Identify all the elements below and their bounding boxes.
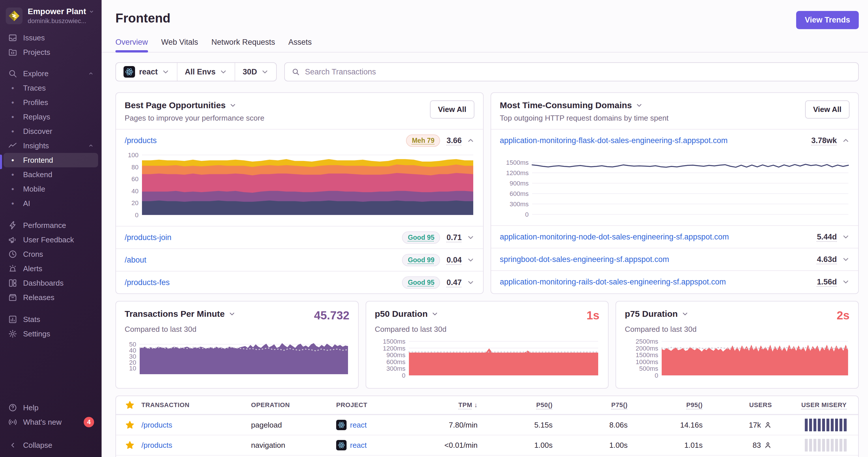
- search-input[interactable]: [304, 67, 851, 77]
- col-p95[interactable]: P95(): [628, 401, 703, 409]
- react-project-icon: [336, 440, 347, 450]
- page-row-products-fes[interactable]: /products-fes Good 95 0.47: [116, 271, 483, 293]
- sidebar-item-performance[interactable]: Performance: [3, 218, 98, 232]
- col-user-misery[interactable]: USER MISERY: [772, 401, 858, 409]
- domain-row-springboot[interactable]: springboot-dot-sales-engineering-sf.apps…: [491, 248, 858, 270]
- chevron-down-icon[interactable]: [467, 279, 474, 286]
- sidebar-item-label: Backend: [23, 170, 94, 179]
- sidebar-item-label: Settings: [23, 329, 94, 338]
- table-row[interactable]: /products pageload react 7.80/min 5.15s …: [116, 415, 858, 435]
- metric-title[interactable]: Transactions Per Minute: [125, 309, 236, 319]
- sidebar-item-whats-new[interactable]: What's new 4: [3, 415, 98, 429]
- project-link[interactable]: react: [350, 441, 367, 450]
- star-toggle[interactable]: [125, 440, 134, 450]
- sidebar-item-label: Insights: [23, 141, 82, 150]
- top-panels: Best Page Opportunities Pages to improve…: [116, 92, 859, 294]
- sidebar-item-crons[interactable]: Crons: [3, 247, 98, 261]
- tab-assets[interactable]: Assets: [288, 38, 312, 52]
- tab-overview[interactable]: Overview: [116, 38, 148, 52]
- transaction-link[interactable]: /products: [142, 421, 172, 429]
- page-row-products-join[interactable]: /products-join Good 95 0.71: [116, 226, 483, 249]
- sidebar-item-releases[interactable]: Releases: [3, 290, 98, 305]
- tab-network-requests[interactable]: Network Requests: [212, 38, 275, 52]
- bullet-icon: •: [8, 112, 17, 122]
- transaction-link[interactable]: /products: [142, 441, 172, 450]
- time-spent-value: 1.56d: [817, 278, 837, 287]
- domain-duration-chart: 0300ms600ms900ms1200ms1500ms: [500, 160, 851, 221]
- sidebar-item-replays[interactable]: •Replays: [3, 110, 98, 124]
- chevron-up-icon[interactable]: [467, 137, 474, 144]
- sidebar-item-traces[interactable]: •Traces: [3, 81, 98, 95]
- sidebar-item-stats[interactable]: Stats: [3, 312, 98, 327]
- transaction-link[interactable]: /products-join: [125, 233, 402, 242]
- transaction-link[interactable]: /about: [125, 256, 402, 265]
- sidebar-item-user-feedback[interactable]: User Feedback: [3, 232, 98, 247]
- page-row-about[interactable]: /about Good 99 0.04: [116, 249, 483, 271]
- panel-title[interactable]: Best Page Opportunities: [125, 100, 264, 110]
- domain-link[interactable]: application-monitoring-rails-dot-sales-e…: [500, 278, 817, 287]
- chevron-down-icon[interactable]: [467, 234, 474, 241]
- domain-row-rails[interactable]: application-monitoring-rails-dot-sales-e…: [491, 270, 858, 293]
- view-all-button[interactable]: View All: [430, 100, 474, 119]
- opportunity-score: 0.71: [446, 233, 462, 242]
- sidebar-item-frontend[interactable]: •Frontend: [3, 153, 98, 167]
- project-filter[interactable]: react: [116, 63, 177, 81]
- domain-link[interactable]: springboot-dot-sales-engineering-sf.apps…: [500, 255, 817, 264]
- sidebar-item-settings[interactable]: Settings: [3, 327, 98, 341]
- sidebar-item-explore[interactable]: Explore: [3, 66, 98, 81]
- sidebar-item-label: AI: [23, 199, 94, 208]
- project-link[interactable]: react: [350, 421, 367, 430]
- org-switcher[interactable]: Empower Plant dominik.buszowiec...: [0, 0, 101, 29]
- metric-title[interactable]: p50 Duration: [375, 309, 439, 319]
- sidebar-nav: Issues Projects Explore •Traces •Profile…: [0, 31, 101, 341]
- sidebar-item-alerts[interactable]: Alerts: [3, 261, 98, 276]
- date-range-filter[interactable]: 30D: [235, 63, 276, 81]
- domain-row-node[interactable]: application-monitoring-node-dot-sales-en…: [491, 225, 858, 248]
- sidebar-item-label: Collapse: [23, 441, 94, 450]
- svg-text:1500ms: 1500ms: [506, 160, 529, 166]
- domain-link[interactable]: application-monitoring-node-dot-sales-en…: [500, 232, 817, 241]
- sidebar-item-help[interactable]: Help: [3, 400, 98, 415]
- sidebar-item-collapse[interactable]: Collapse: [3, 438, 98, 452]
- domain-row-flask[interactable]: application-monitoring-flask-dot-sales-e…: [491, 129, 858, 152]
- panel-title[interactable]: Most Time-Consuming Domains: [500, 100, 669, 110]
- sidebar-item-dashboards[interactable]: Dashboards: [3, 276, 98, 290]
- environment-filter[interactable]: All Envs: [177, 63, 235, 81]
- chevron-down-icon[interactable]: [467, 256, 474, 264]
- transaction-link[interactable]: /products: [125, 136, 406, 145]
- chevron-down-icon[interactable]: [842, 256, 849, 263]
- sidebar-item-discover[interactable]: •Discover: [3, 124, 98, 138]
- sidebar-item-mobile[interactable]: •Mobile: [3, 182, 98, 196]
- view-trends-button[interactable]: View Trends: [796, 11, 859, 29]
- chevron-up-icon[interactable]: [842, 137, 849, 144]
- svg-text:60: 60: [132, 175, 138, 183]
- sidebar-item-label: User Feedback: [23, 235, 94, 244]
- chevron-down-icon[interactable]: [842, 233, 849, 240]
- user-misery-bars: [772, 419, 858, 431]
- time-spent-value: 3.78wk: [811, 136, 837, 145]
- sidebar-item-projects[interactable]: Projects: [3, 45, 98, 59]
- sidebar-item-backend[interactable]: •Backend: [3, 167, 98, 182]
- sidebar-item-profiles[interactable]: •Profiles: [3, 95, 98, 110]
- col-p75[interactable]: P75(): [553, 401, 628, 409]
- view-all-button[interactable]: View All: [805, 100, 849, 119]
- table-row[interactable]: /cart navigation react 6.96/min 1.00s 1.…: [116, 455, 858, 457]
- sidebar-item-ai[interactable]: •AI: [3, 196, 98, 210]
- domain-link[interactable]: application-monitoring-flask-dot-sales-e…: [500, 136, 811, 145]
- transaction-link[interactable]: /products-fes: [125, 278, 402, 287]
- star-toggle[interactable]: [125, 420, 134, 430]
- col-p50[interactable]: P50(): [477, 401, 553, 409]
- table-row[interactable]: /products navigation react <0.01/min 1.0…: [116, 435, 858, 455]
- page-row-products[interactable]: /products Meh 79 3.66: [116, 129, 483, 152]
- projects-icon: [8, 47, 17, 57]
- sidebar-item-issues[interactable]: Issues: [3, 31, 98, 45]
- time-spent-value: 4.63d: [817, 255, 837, 264]
- tab-web-vitals[interactable]: Web Vitals: [161, 38, 198, 52]
- score-badge: Good 95: [402, 276, 440, 289]
- metric-title[interactable]: p75 Duration: [625, 309, 688, 319]
- col-tpm[interactable]: TPM ↓: [421, 401, 477, 409]
- domain-duration-chart-wrap: 0300ms600ms900ms1200ms1500ms: [491, 152, 858, 225]
- chevron-down-icon[interactable]: [842, 278, 849, 286]
- sidebar-item-insights[interactable]: Insights: [3, 138, 98, 153]
- col-transaction: TRANSACTION: [142, 401, 251, 409]
